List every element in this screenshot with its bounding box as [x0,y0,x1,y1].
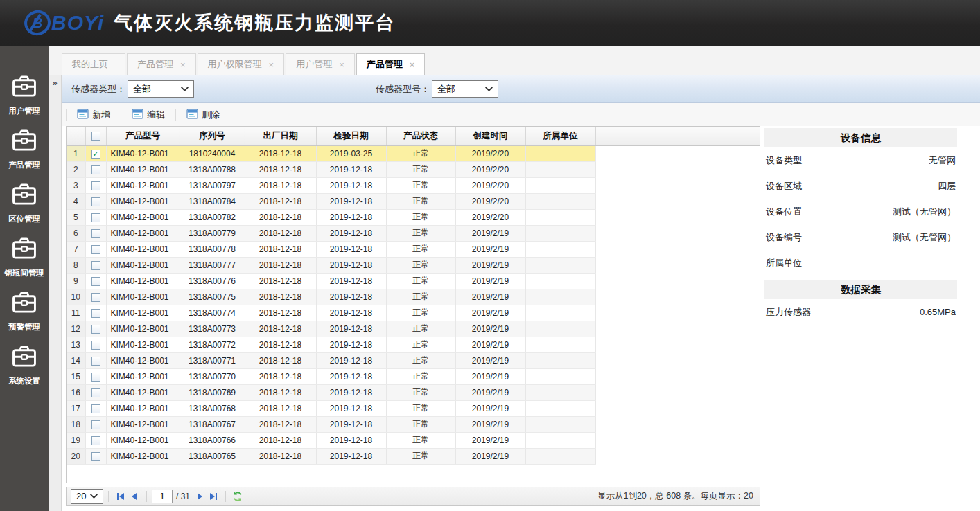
row-checkbox[interactable] [91,325,100,334]
column-header-产品型号: 产品型号 [106,127,180,145]
table-row[interactable]: 18KIM40-12-B0011318A007672018-12-182019-… [67,416,760,432]
row-checkbox[interactable]: ✓ [91,150,100,159]
cell-unit [525,145,595,161]
expand-panel-chevron-icon[interactable]: » [49,78,61,88]
cell-status: 正常 [386,257,455,273]
table-row[interactable]: 19KIM40-12-B0011318A007662018-12-182019-… [67,432,760,448]
cell-serial: 1318A00784 [180,193,245,209]
next-page-button[interactable] [193,490,207,503]
table-row[interactable]: 17KIM40-12-B0011318A007682018-12-182019-… [67,400,760,416]
sidebar-item-user-management[interactable]: 用户管理 [0,75,49,117]
row-number-cell: 8 [67,257,85,273]
field-label: 设备类型 [766,154,802,167]
first-page-button[interactable] [114,490,128,503]
row-checkbox[interactable] [91,165,100,174]
table-row[interactable]: 1✓KIM40-12-B00118102400042018-12-182019-… [67,145,760,161]
row-checkbox[interactable] [91,229,100,238]
last-page-button[interactable] [207,490,220,503]
page-size-select[interactable]: 20 [71,489,103,504]
row-checkbox[interactable] [91,309,100,318]
table-row[interactable]: 5KIM40-12-B0011318A007822018-12-182019-1… [67,209,760,225]
checkbox-cell [85,337,106,352]
row-checkbox[interactable] [91,404,100,413]
row-checkbox[interactable] [91,261,100,270]
cell-model: KIM40-12-B001 [106,193,180,209]
cell-serial: 1318A00770 [180,368,245,384]
header-filler [595,127,760,145]
prev-page-button[interactable] [128,490,141,503]
table-row[interactable]: 3KIM40-12-B0011318A007972018-12-182019-1… [67,177,760,193]
sidebar-item-location-management[interactable]: 区位管理 [0,183,49,225]
field-value: 测试（无管网） [893,206,956,218]
cell-serial: 1318A00774 [180,305,245,321]
table-row[interactable]: 2KIM40-12-B0011318A007882018-12-182019-1… [67,161,760,177]
cell-factory: 2018-12-18 [245,384,316,400]
cell-serial: 1318A00767 [180,416,245,432]
row-checkbox[interactable] [91,213,100,222]
delete-button[interactable]: 删除 [180,105,226,125]
tab-close-icon[interactable]: × [269,60,274,70]
sensor-model-select[interactable]: 全部 [432,80,498,98]
select-all-checkbox[interactable] [91,132,100,141]
tab-用户管理[interactable]: 用户管理× [286,53,355,75]
row-checkbox[interactable] [91,293,100,302]
add-button[interactable]: 新增 [71,105,116,125]
table-row[interactable]: 11KIM40-12-B0011318A007742018-12-182019-… [67,305,760,321]
tab-close-icon[interactable]: × [410,60,415,70]
app-header: B BOYi 气体灭火系统钢瓶压力监测平台 [0,0,980,46]
sidebar-item-warning-management[interactable]: 预警管理 [0,291,49,333]
row-checkbox[interactable] [91,357,100,366]
table-row[interactable]: 20KIM40-12-B0011318A007652018-12-182019-… [67,448,760,464]
divider [108,491,109,502]
page-number-input[interactable] [152,490,173,503]
table-row[interactable]: 15KIM40-12-B0011318A007702018-12-182019-… [67,368,760,384]
brand-logo-text: BOYi [51,11,104,35]
cell-model: KIM40-12-B001 [106,225,180,241]
table-row[interactable]: 10KIM40-12-B0011318A007752018-12-182019-… [67,289,760,305]
row-checkbox[interactable] [91,452,100,461]
table-row[interactable]: 7KIM40-12-B0011318A007782018-12-182019-1… [67,241,760,257]
row-checkbox[interactable] [91,388,100,397]
cell-unit [525,416,595,432]
sensor-type-select[interactable]: 全部 [128,80,194,98]
row-checkbox[interactable] [91,373,100,382]
table-row[interactable]: 8KIM40-12-B0011318A007772018-12-182019-1… [67,257,760,273]
edit-button[interactable]: 编辑 [125,105,171,125]
refresh-button[interactable] [231,490,245,503]
filter-bar: 传感器类型： 全部 传感器型号： 全部 [62,75,980,103]
checkbox-cell [85,321,106,337]
cell-factory: 2018-12-18 [245,352,316,368]
detail-field: 设备区域四层 [764,173,957,199]
tab-close-icon[interactable]: × [339,60,344,70]
row-checkbox[interactable] [91,197,100,206]
cell-inspect: 2019-12-18 [316,368,386,384]
sensor-type-label: 传感器类型： [71,83,125,96]
row-checkbox[interactable] [91,420,100,429]
row-checkbox[interactable] [91,436,100,445]
checkbox-cell [85,289,106,305]
table-row[interactable]: 16KIM40-12-B0011318A007692018-12-182019-… [67,384,760,400]
tab-我的主页[interactable]: 我的主页 [62,53,125,75]
sidebar-item-product-management[interactable]: 产品管理 [0,129,49,171]
row-checkbox[interactable] [91,341,100,350]
cell-status: 正常 [386,145,455,161]
table-row[interactable]: 14KIM40-12-B0011318A007712018-12-182019-… [67,352,760,368]
table-row[interactable]: 4KIM40-12-B0011318A007842018-12-182019-1… [67,193,760,209]
sidebar-item-cylinder-room-management[interactable]: 钢瓶间管理 [0,237,49,279]
tab-用户权限管理[interactable]: 用户权限管理× [198,53,285,75]
cell-unit [525,241,595,257]
table-row[interactable]: 9KIM40-12-B0011318A007762018-12-182019-1… [67,273,760,289]
sidebar-item-system-settings[interactable]: 系统设置 [0,345,49,387]
tab-产品管理[interactable]: 产品管理× [127,53,196,75]
table-row[interactable]: 6KIM40-12-B0011318A007792018-12-182019-1… [67,225,760,241]
column-header-出厂日期: 出厂日期 [245,127,316,145]
table-row[interactable]: 13KIM40-12-B0011318A007722018-12-182019-… [67,337,760,352]
column-header-创建时间: 创建时间 [455,127,525,145]
tab-产品管理-active[interactable]: 产品管理× [356,53,426,75]
row-checkbox[interactable] [91,181,100,190]
tab-close-icon[interactable]: × [180,60,186,70]
row-number-cell: 1 [67,145,85,161]
row-checkbox[interactable] [91,277,100,286]
table-row[interactable]: 12KIM40-12-B0011318A007732018-12-182019-… [67,321,760,337]
row-checkbox[interactable] [91,245,100,254]
